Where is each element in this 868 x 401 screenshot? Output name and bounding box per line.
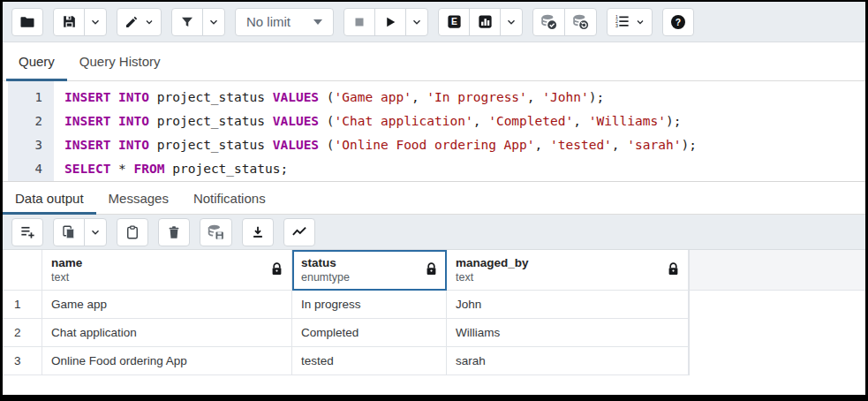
- cancel-query-button[interactable]: [343, 8, 375, 36]
- download-icon: [250, 224, 266, 240]
- tab-query-history-label: Query History: [79, 54, 161, 69]
- tab-query[interactable]: Query: [6, 42, 67, 80]
- row-number-cell[interactable]: 3: [3, 347, 42, 375]
- line-number: 4: [8, 157, 54, 181]
- rollback-icon: [571, 12, 590, 31]
- row-limit-dropdown[interactable]: No limit: [235, 8, 334, 36]
- edit-dropdown-button[interactable]: [117, 8, 162, 36]
- sql-line: SELECT * FROM project_status;: [64, 157, 865, 181]
- copy-button[interactable]: [53, 218, 85, 246]
- cell-status[interactable]: Completed: [292, 319, 447, 347]
- results-grid: nametextstatusenumtypemanaged_bytext1Gam…: [3, 250, 865, 375]
- svg-text:?: ?: [676, 17, 681, 26]
- explain-analyze-button[interactable]: [469, 8, 501, 36]
- sql-line: INSERT INTO project_status VALUES ('Chat…: [64, 110, 865, 133]
- paste-icon: [125, 224, 140, 240]
- graph-visualiser-button[interactable]: [283, 218, 315, 246]
- save-icon: [61, 13, 78, 30]
- sql-line: INSERT INTO project_status VALUES ('Game…: [64, 86, 865, 110]
- delete-row-icon: [166, 224, 182, 240]
- line-number: 2: [8, 110, 54, 133]
- lock-icon: [271, 262, 283, 279]
- cell-status[interactable]: In progress: [292, 291, 447, 319]
- row-number-cell[interactable]: 2: [3, 319, 42, 347]
- explain-icon: E: [446, 13, 463, 30]
- cell-managed_by[interactable]: Williams: [447, 319, 689, 347]
- copy-dropdown-button[interactable]: [84, 218, 107, 246]
- table-row: 1Game appIn progressJohn: [3, 291, 689, 319]
- line-number-gutter: 1234: [8, 81, 54, 181]
- macro-list-icon: 123: [614, 13, 630, 30]
- column-header-name[interactable]: nametext: [42, 250, 292, 291]
- filter-icon: [179, 14, 195, 30]
- commit-button[interactable]: [532, 8, 565, 36]
- rollback-button[interactable]: [564, 8, 597, 36]
- svg-text:E: E: [451, 17, 457, 26]
- chevron-down-icon: [635, 17, 645, 27]
- cell-managed_by[interactable]: John: [447, 291, 689, 319]
- editor-tabbar: Query Query History: [3, 42, 865, 81]
- lock-icon: [668, 262, 679, 279]
- sql-editor[interactable]: 1234 INSERT INTO project_status VALUES (…: [3, 81, 865, 181]
- filter-button[interactable]: [171, 8, 203, 36]
- select-all-corner-cell[interactable]: [3, 250, 42, 291]
- delete-row-button[interactable]: [158, 218, 190, 246]
- open-file-button[interactable]: [11, 8, 43, 36]
- copy-icon: [61, 224, 77, 240]
- line-number: 3: [8, 133, 54, 157]
- table-row: 3Online Food ordering Apptestedsarah: [3, 347, 689, 375]
- add-row-icon: [19, 223, 36, 240]
- column-type: text: [51, 270, 283, 284]
- chevron-down-icon: [505, 16, 517, 28]
- execute-query-button[interactable]: [374, 8, 406, 36]
- row-number-cell[interactable]: 1: [3, 291, 42, 319]
- tab-query-label: Query: [19, 54, 55, 69]
- tab-data-output[interactable]: Data output: [3, 182, 96, 214]
- chevron-down-icon: [89, 226, 102, 238]
- help-icon: ?: [669, 13, 687, 31]
- cell-status[interactable]: tested: [292, 347, 447, 375]
- chevron-down-icon: [89, 16, 102, 28]
- execute-dropdown-button[interactable]: [405, 8, 428, 36]
- column-header-status[interactable]: statusenumtype: [292, 250, 447, 291]
- macros-dropdown-button[interactable]: 123: [607, 8, 653, 36]
- column-name: status: [301, 255, 437, 270]
- column-header-managed_by[interactable]: managed_bytext: [447, 250, 689, 291]
- tab-query-history[interactable]: Query History: [67, 42, 173, 80]
- filter-dropdown-button[interactable]: [202, 8, 225, 36]
- save-file-button[interactable]: [53, 8, 85, 36]
- cell-name[interactable]: Chat application: [42, 319, 292, 347]
- help-button[interactable]: ?: [662, 8, 694, 36]
- svg-text:3: 3: [615, 23, 618, 28]
- paste-button[interactable]: [117, 218, 148, 246]
- table-row: 2Chat applicationCompletedWilliams: [3, 319, 689, 347]
- lock-icon: [426, 262, 437, 279]
- chevron-down-icon: [411, 16, 423, 28]
- play-icon: [382, 14, 398, 30]
- tab-notifications-label: Notifications: [193, 191, 266, 206]
- explain-button[interactable]: E: [438, 8, 470, 36]
- save-data-changes-button[interactable]: [200, 218, 232, 246]
- line-number: 1: [8, 86, 54, 110]
- column-type: text: [456, 270, 679, 284]
- explain-dropdown-button[interactable]: [500, 8, 523, 36]
- add-row-button[interactable]: [11, 218, 43, 246]
- column-type: enumtype: [301, 270, 437, 284]
- edit-pencil-icon: [124, 14, 140, 30]
- query-toolbar: No limit E: [3, 2, 865, 42]
- tab-notifications[interactable]: Notifications: [181, 182, 278, 214]
- cell-name[interactable]: Game app: [42, 291, 292, 319]
- tab-messages-label: Messages: [109, 191, 169, 206]
- sql-code-area[interactable]: INSERT INTO project_status VALUES ('Game…: [54, 81, 865, 181]
- cell-managed_by[interactable]: sarah: [447, 347, 689, 375]
- download-button[interactable]: [242, 218, 274, 246]
- output-tabbar: Data output Messages Notifications: [3, 181, 865, 215]
- cell-name[interactable]: Online Food ordering App: [42, 347, 292, 375]
- table-header-row: nametextstatusenumtypemanaged_bytext: [3, 250, 689, 291]
- query-tool-window: No limit E: [0, 0, 868, 401]
- tab-messages[interactable]: Messages: [96, 182, 181, 214]
- graph-visualiser-icon: [291, 223, 308, 241]
- chevron-down-icon: [208, 16, 220, 28]
- save-dropdown-button[interactable]: [84, 8, 107, 36]
- header-filler: [690, 250, 865, 291]
